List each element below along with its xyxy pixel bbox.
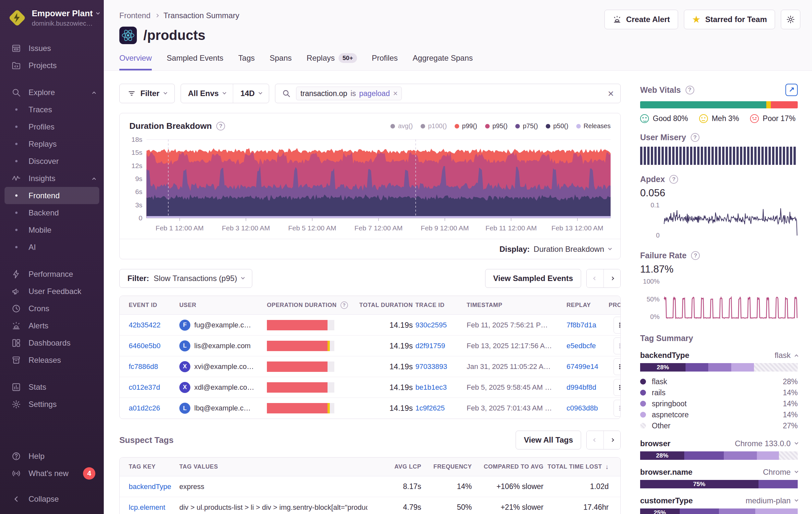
sidebar-item-discover[interactable]: Discover — [0, 153, 104, 170]
tag-distribution-bar[interactable]: 28% — [640, 363, 798, 372]
legend-item-p95[interactable]: p95() — [485, 122, 508, 130]
tab-replays[interactable]: Replays50+ — [307, 53, 357, 71]
tag-distribution-bar[interactable]: 75% — [640, 480, 798, 488]
sidebar-item-performance[interactable]: Performance — [0, 265, 104, 282]
profile-button[interactable] — [613, 337, 621, 354]
breadcrumb-frontend[interactable]: Frontend — [119, 11, 150, 20]
transactions-filter-button[interactable]: Filter: Slow Transactions (p95) — [119, 269, 252, 288]
prev-page-button[interactable] — [587, 431, 604, 449]
help-question-icon[interactable]: ? — [691, 133, 699, 142]
tag-key-link[interactable]: lcp.element — [129, 503, 165, 512]
replay-link[interactable]: 67499e14 — [567, 362, 598, 371]
help-question-icon[interactable]: ? — [669, 175, 678, 184]
profile-button[interactable] — [613, 317, 621, 333]
tag-legend-row[interactable]: Other27% — [640, 420, 798, 431]
event-id-link[interactable]: a01d2c26 — [129, 404, 160, 412]
profile-button[interactable] — [613, 400, 621, 417]
prev-page-button[interactable] — [587, 269, 604, 288]
tag-key-link[interactable]: backendType — [129, 483, 171, 491]
sidebar-item-mobile[interactable]: Mobile — [0, 221, 104, 239]
legend-item-p100[interactable]: p100() — [420, 122, 447, 130]
tag-legend-row[interactable]: aspnetcore14% — [640, 409, 798, 420]
sidebar-item-profiles[interactable]: Profiles — [0, 118, 104, 135]
tag-dropdown[interactable]: flask — [775, 351, 798, 360]
sidebar-item-projects[interactable]: Projects — [0, 57, 104, 74]
sidebar-item-what-s-new[interactable]: What's new4 — [0, 465, 104, 482]
legend-item-p50[interactable]: p50() — [546, 122, 569, 130]
date-range-selector[interactable]: 14D — [233, 84, 269, 103]
sidebar-item-dashboards[interactable]: Dashboards — [0, 334, 104, 351]
tab-spans[interactable]: Spans — [270, 53, 292, 71]
tag-dropdown[interactable]: medium-plan — [746, 496, 798, 505]
starred-for-team-button[interactable]: ★ Starred for Team — [684, 10, 775, 29]
sidebar-item-replays[interactable]: Replays — [0, 135, 104, 153]
legend-item-p75[interactable]: p75() — [515, 122, 538, 130]
create-alert-button[interactable]: Create Alert — [605, 10, 678, 29]
search-token[interactable]: transaction.op is pageload × — [296, 87, 402, 100]
sidebar-item-stats[interactable]: Stats — [0, 378, 104, 396]
settings-button[interactable] — [781, 10, 800, 29]
sidebar-item-help[interactable]: Help — [0, 448, 104, 465]
tab-overview[interactable]: Overview — [119, 53, 152, 71]
next-page-button[interactable] — [604, 269, 620, 288]
tag-dropdown[interactable]: Chrome 133.0.0 — [735, 439, 798, 448]
user-misery-chart[interactable] — [640, 147, 798, 165]
event-id-link[interactable]: fc7886d8 — [129, 362, 158, 371]
help-question-icon[interactable]: ? — [341, 301, 348, 309]
sidebar-item-issues[interactable]: Issues — [0, 39, 104, 57]
event-id-link[interactable]: c012e37d — [129, 383, 160, 392]
search-input[interactable]: transaction.op is pageload × × — [275, 84, 621, 103]
tab-tags[interactable]: Tags — [238, 53, 255, 71]
sidebar-item-traces[interactable]: Traces — [0, 101, 104, 118]
next-page-button[interactable] — [604, 431, 620, 449]
search-clear-icon[interactable]: × — [608, 88, 614, 99]
view-all-tags-button[interactable]: View All Tags — [516, 431, 581, 450]
tag-distribution-bar[interactable]: 25% — [640, 509, 798, 514]
sidebar-item-crons[interactable]: Crons — [0, 300, 104, 317]
view-sampled-events-button[interactable]: View Sampled Events — [485, 269, 581, 288]
tab-profiles[interactable]: Profiles — [372, 53, 398, 71]
tag-legend-row[interactable]: rails14% — [640, 387, 798, 398]
sort-descending-icon[interactable]: ↓ — [605, 463, 609, 470]
tab-aggregate-spans[interactable]: Aggregate Spans — [413, 53, 473, 71]
environment-selector[interactable]: All Envs — [181, 84, 233, 103]
sidebar-item-ai[interactable]: AI — [0, 239, 104, 256]
sidebar-item-explore[interactable]: Explore — [0, 84, 104, 101]
display-selector[interactable]: Duration Breakdown — [534, 245, 611, 254]
duration-breakdown-chart[interactable]: 03s6s9s12s15s18sFeb 1 12:00 AMFeb 3 12:0… — [128, 134, 612, 238]
failure-rate-trend-chart[interactable] — [664, 278, 798, 321]
sidebar-item-collapse[interactable]: Collapse — [0, 490, 104, 508]
help-question-icon[interactable]: ? — [686, 86, 694, 94]
sidebar-item-settings[interactable]: Settings — [0, 396, 104, 413]
filter-button[interactable]: Filter — [119, 84, 175, 103]
tag-legend-row[interactable]: flask28% — [640, 376, 798, 387]
legend-item-avg[interactable]: avg() — [390, 122, 413, 130]
help-question-icon[interactable]: ? — [691, 251, 700, 260]
open-in-new-icon[interactable]: ↗ — [785, 84, 798, 96]
sidebar-item-backend[interactable]: Backend — [0, 204, 104, 221]
tag-distribution-bar[interactable]: 28% — [640, 451, 798, 460]
trace-id-link[interactable]: 930c2595 — [415, 321, 447, 329]
tab-sampled-events[interactable]: Sampled Events — [167, 53, 224, 71]
tag-legend-row[interactable]: springboot14% — [640, 398, 798, 409]
help-question-icon[interactable]: ? — [216, 122, 225, 131]
tag-dropdown[interactable]: Chrome — [763, 468, 798, 477]
sidebar-item-user-feedback[interactable]: User Feedback — [0, 282, 104, 300]
legend-item-releases[interactable]: Releases — [576, 122, 611, 130]
event-id-link[interactable]: 6460e5b0 — [129, 342, 161, 350]
trace-id-link[interactable]: 97033893 — [415, 362, 447, 371]
apdex-trend-chart[interactable] — [664, 201, 798, 239]
trace-id-link[interactable]: 1c9f2625 — [415, 404, 445, 412]
trace-id-link[interactable]: d2f91759 — [415, 342, 445, 350]
replay-link[interactable]: 7f8b7d1a — [567, 321, 596, 329]
sidebar-item-releases[interactable]: Releases — [0, 351, 104, 369]
sidebar-item-frontend[interactable]: Frontend — [4, 187, 99, 204]
profile-button[interactable] — [613, 358, 621, 375]
replay-link[interactable]: d994bf8d — [567, 383, 596, 392]
sidebar-item-alerts[interactable]: Alerts — [0, 317, 104, 334]
event-id-link[interactable]: 42b35422 — [129, 321, 161, 329]
token-remove-icon[interactable]: × — [393, 89, 398, 98]
org-switcher[interactable]: Empower Plant dominik.buszowiec… — [0, 8, 104, 27]
replay-link[interactable]: e5edbcfe — [567, 342, 596, 350]
replay-link[interactable]: c0963d8b — [567, 404, 598, 412]
